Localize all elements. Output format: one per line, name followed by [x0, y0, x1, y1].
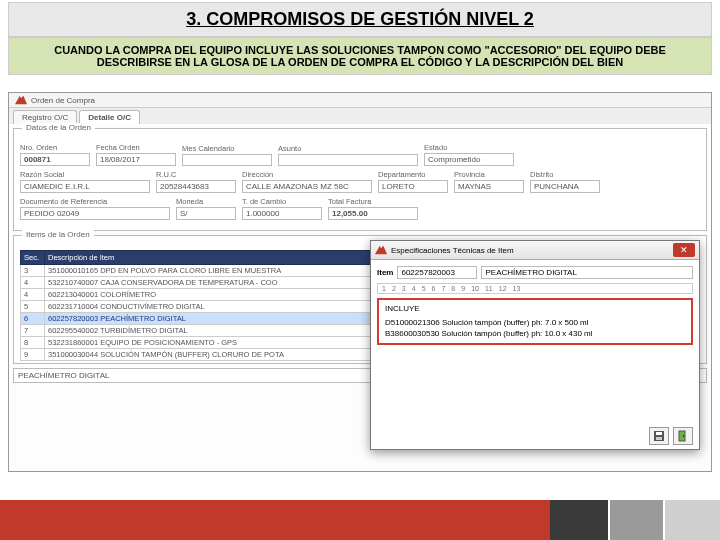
popup-especificaciones: Especificaciones Técnicas de Item ✕ Item…: [370, 240, 700, 450]
popup-item-label: Item: [377, 268, 393, 277]
svg-rect-4: [683, 435, 684, 437]
tab-registro[interactable]: Registro O/C: [13, 110, 77, 124]
lbl-asunto: Asunto: [278, 144, 418, 153]
lbl-ruc: R.U.C: [156, 170, 236, 179]
lbl-direccion: Dirección: [242, 170, 372, 179]
footer-lightgrey: [665, 500, 720, 540]
glosa-incluye: INCLUYE: [385, 304, 685, 314]
popup-logo-icon: [375, 245, 387, 255]
lbl-total: Total Factura: [328, 197, 418, 206]
group-items-title: Items de la Orden: [22, 230, 94, 239]
val-docref[interactable]: PEDIDO 02049: [20, 207, 170, 220]
slide-subtitle: CUANDO LA COMPRA DEL EQUIPO INCLUYE LAS …: [8, 37, 712, 75]
val-asunto[interactable]: [278, 154, 418, 166]
lbl-nro-orden: Nro. Orden: [20, 143, 90, 152]
lbl-mes: Mes Calendario: [182, 144, 272, 153]
slide-title: 3. COMPROMISOS DE GESTIÓN NIVEL 2: [8, 2, 712, 37]
save-button[interactable]: [649, 427, 669, 445]
tab-detalle[interactable]: Detalle O/C: [79, 110, 140, 124]
svg-rect-1: [656, 432, 662, 435]
footer-dark: [550, 500, 610, 540]
door-icon: [677, 430, 689, 442]
glosa-line1: D51000021306 Solución tampón (buffer) ph…: [385, 318, 685, 328]
val-ruc[interactable]: 20528443683: [156, 180, 236, 193]
footer-grey: [610, 500, 665, 540]
val-fecha[interactable]: 18/08/2017: [96, 153, 176, 166]
app-title: Orden de Compra: [31, 96, 95, 105]
footer-red: [0, 500, 550, 540]
glosa-highlight: INCLUYE D51000021306 Solución tampón (bu…: [377, 298, 693, 345]
lbl-depto: Departamento: [378, 170, 448, 179]
lbl-prov: Provincia: [454, 170, 524, 179]
lbl-razon: Razón Social: [20, 170, 150, 179]
svg-rect-3: [679, 431, 685, 441]
lbl-moneda: Moneda: [176, 197, 236, 206]
val-depto[interactable]: LORETO: [378, 180, 448, 193]
lbl-dist: Distrito: [530, 170, 600, 179]
exit-button[interactable]: [673, 427, 693, 445]
disk-icon: [653, 430, 665, 442]
svg-rect-2: [656, 437, 662, 440]
val-total: 12,055.00: [328, 207, 418, 220]
popup-item-name[interactable]: PEACHÍMETRO DIGITAL: [481, 266, 693, 279]
tabs: Registro O/C Detalle O/C: [9, 108, 711, 124]
app-titlebar: Orden de Compra: [9, 93, 711, 108]
popup-title-text: Especificaciones Técnicas de Item: [391, 246, 514, 255]
val-estado: Comprometido: [424, 153, 514, 166]
val-moneda[interactable]: S/: [176, 207, 236, 220]
val-dist[interactable]: PUNCHANA: [530, 180, 600, 193]
close-icon[interactable]: ✕: [673, 243, 695, 257]
th-sec[interactable]: Sec.: [21, 251, 45, 265]
lbl-docref: Documento de Referencia: [20, 197, 170, 206]
popup-item-code[interactable]: 602257820003: [397, 266, 477, 279]
ruler: 12345678910111213: [377, 283, 693, 294]
lbl-estado: Estado: [424, 143, 514, 152]
slide-footer-bar: [0, 500, 720, 540]
val-razon[interactable]: CIAMEDIC E.I.R.L: [20, 180, 150, 193]
group-datos-orden: Datos de la Orden Nro. Orden000871 Fecha…: [13, 128, 707, 231]
val-mes[interactable]: [182, 154, 272, 166]
group-datos-title: Datos de la Orden: [22, 123, 95, 132]
glosa-line2: B38600030530 Solución tampón (buffer) ph…: [385, 329, 685, 339]
lbl-fecha: Fecha Orden: [96, 143, 176, 152]
val-prov[interactable]: MAYNAS: [454, 180, 524, 193]
lbl-tcambio: T. de Cambio: [242, 197, 322, 206]
val-direccion[interactable]: CALLE AMAZONAS MZ 58C: [242, 180, 372, 193]
val-tcambio[interactable]: 1.000000: [242, 207, 322, 220]
app-logo-icon: [15, 95, 27, 105]
val-nro-orden[interactable]: 000871: [20, 153, 90, 166]
